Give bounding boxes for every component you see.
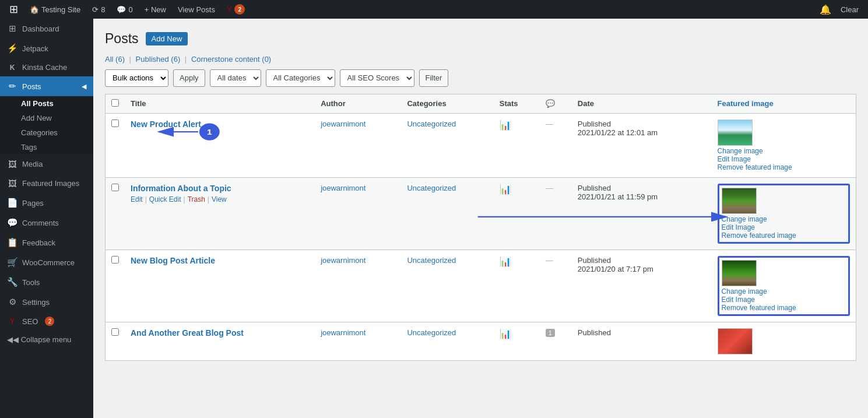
row2-remove-featured[interactable]: Remove featured image <box>722 231 846 240</box>
row1-featured-cell: Change image Edit Image Remove featured … <box>712 113 856 177</box>
filter-all[interactable]: All (6) <box>105 55 127 64</box>
bulk-actions-select[interactable]: Bulk actions <box>105 69 168 87</box>
row1-stats-cell: 📊 <box>494 113 540 177</box>
header-comments: 💬 <box>540 94 572 113</box>
sidebar-item-dashboard[interactable]: ⊞ Dashboard <box>0 19 93 38</box>
sidebar-sub-tags[interactable]: Tags <box>21 140 93 154</box>
header-author: Author <box>315 94 401 113</box>
updates-icon: ⟳ <box>92 5 99 14</box>
posts-submenu: All Posts Add New Categories Tags <box>0 96 93 154</box>
new-item[interactable]: + New <box>140 0 171 19</box>
row2-thumb <box>722 188 757 214</box>
media-icon: 🖼 <box>7 159 17 169</box>
row2-checkbox[interactable] <box>111 184 119 191</box>
row3-change-image[interactable]: Change image <box>722 287 846 296</box>
sidebar-item-featured-images[interactable]: 🖼 Featured Images <box>0 174 93 193</box>
sidebar-label-feedback: Feedback <box>22 238 55 247</box>
sidebar-item-woocommerce[interactable]: 🛒 WooCommerce <box>0 252 93 272</box>
row4-title-link[interactable]: And Another Great Blog Post <box>131 328 244 338</box>
comments-item[interactable]: 💬 0 <box>112 0 137 19</box>
row2-edit-action[interactable]: Edit <box>131 195 143 203</box>
yoast-icon: Y <box>227 5 232 14</box>
yoast-badge: 2 <box>234 4 245 15</box>
sidebar-sub-all-posts[interactable]: All Posts <box>21 96 93 111</box>
row1-edit-image[interactable]: Edit Image <box>718 155 850 163</box>
select-all-checkbox[interactable] <box>111 99 119 107</box>
sidebar-item-posts[interactable]: ✏ Posts ◀ <box>0 76 93 96</box>
sidebar-item-comments[interactable]: 💬 Comments <box>0 213 93 233</box>
row1-author-link[interactable]: joewarnimont <box>321 120 366 128</box>
posts-sub-items: All Posts Add New Categories Tags <box>0 96 93 154</box>
row1-checkbox[interactable] <box>111 120 119 127</box>
wp-logo-item[interactable]: ⊞ <box>5 0 23 19</box>
row2-title-link[interactable]: Information About a Topic <box>131 184 231 193</box>
row3-title-cell: New Blog Post Article <box>125 250 315 322</box>
row1-remove-featured[interactable]: Remove featured image <box>718 163 850 171</box>
dates-filter[interactable]: All dates <box>210 69 261 87</box>
row1-change-image[interactable]: Change image <box>718 147 850 155</box>
page-title: Posts <box>105 30 139 48</box>
feedback-icon: 📋 <box>7 237 17 248</box>
row1-category-link[interactable]: Uncategorized <box>407 120 456 128</box>
categories-filter[interactable]: All Categories <box>266 69 335 87</box>
header-categories: Categories <box>401 94 493 113</box>
row1-title-link[interactable]: New Product Alert <box>131 120 201 129</box>
sidebar-item-feedback[interactable]: 📋 Feedback <box>0 233 93 252</box>
page-header: Posts Add New <box>105 30 856 48</box>
posts-arrow: ◀ <box>82 83 86 90</box>
sidebar-item-pages[interactable]: 📄 Pages <box>0 193 93 213</box>
row2-author-link[interactable]: joewarnimont <box>321 184 366 192</box>
row4-title-cell: And Another Great Blog Post <box>125 322 315 360</box>
row1-date-status: Published <box>578 120 706 128</box>
row2-change-image[interactable]: Change image <box>722 215 846 223</box>
sidebar-label-dashboard: Dashboard <box>22 24 59 33</box>
collapse-icon: ◀◀ <box>7 335 21 344</box>
sidebar-item-tools[interactable]: 🔧 Tools <box>0 272 93 292</box>
sidebar-sub-categories[interactable]: Categories <box>21 125 93 140</box>
row2-view-action[interactable]: View <box>212 195 227 203</box>
row2-trash-action[interactable]: Trash <box>188 195 205 203</box>
row3-checkbox[interactable] <box>111 256 119 264</box>
table-row: New Blog Post Article joewarnimont Uncat… <box>106 250 856 322</box>
filter-button[interactable]: Filter <box>419 69 449 87</box>
seo-scores-filter[interactable]: All SEO Scores <box>340 69 414 87</box>
row3-author-link[interactable]: joewarnimont <box>321 256 366 265</box>
collapse-label: Collapse menu <box>21 335 72 344</box>
row2-category-link[interactable]: Uncategorized <box>407 184 456 192</box>
collapse-menu[interactable]: ◀◀ Collapse menu <box>0 331 93 349</box>
row2-edit-image[interactable]: Edit Image <box>722 223 846 231</box>
sidebar-label-media: Media <box>22 160 43 168</box>
row3-category-cell: Uncategorized <box>401 250 493 322</box>
sidebar-item-kinsta[interactable]: K Kinsta Cache <box>0 58 93 76</box>
filter-published[interactable]: Published (6) <box>136 55 182 64</box>
row2-quick-edit-action[interactable]: Quick Edit <box>149 195 181 203</box>
row3-date-value: 2021/01/20 at 7:17 pm <box>578 265 653 273</box>
sidebar-item-media[interactable]: 🖼 Media <box>0 154 93 174</box>
row3-edit-image[interactable]: Edit Image <box>722 296 846 304</box>
row4-category-link[interactable]: Uncategorized <box>407 328 456 337</box>
updates-item[interactable]: ⟳ 8 <box>87 0 110 19</box>
add-new-button[interactable]: Add New <box>146 32 188 45</box>
separator-2: | <box>185 55 187 64</box>
row4-comments-value: 1 <box>546 329 555 337</box>
sidebar-item-jetpack[interactable]: ⚡ Jetpack <box>0 38 93 58</box>
row3-date-cell: Published 2021/01/20 at 7:17 pm <box>572 250 712 322</box>
row3-category-link[interactable]: Uncategorized <box>407 256 456 265</box>
sidebar-sub-add-new[interactable]: Add New <box>21 111 93 125</box>
row4-author-link[interactable]: joewarnimont <box>321 328 366 337</box>
sidebar-item-settings[interactable]: ⚙ Settings <box>0 292 93 312</box>
row4-date-cell: Published <box>572 322 712 360</box>
clear-button[interactable]: Clear <box>836 5 863 14</box>
view-posts-label: View Posts <box>178 5 215 14</box>
row3-title-link[interactable]: New Blog Post Article <box>131 256 215 265</box>
header-stats: Stats <box>494 94 540 113</box>
yoast-item[interactable]: Y 2 <box>222 0 249 19</box>
sidebar-item-seo[interactable]: Y SEO 2 <box>0 312 93 331</box>
row3-remove-featured[interactable]: Remove featured image <box>722 304 846 312</box>
row3-featured-cell: Change image Edit Image Remove featured … <box>712 250 856 322</box>
row4-checkbox[interactable] <box>111 328 119 336</box>
filter-cornerstone[interactable]: Cornerstone content (0) <box>191 55 271 64</box>
view-posts-item[interactable]: View Posts <box>173 0 220 19</box>
site-name-item[interactable]: 🏠 Testing Site <box>25 0 85 19</box>
apply-button[interactable]: Apply <box>173 69 205 87</box>
